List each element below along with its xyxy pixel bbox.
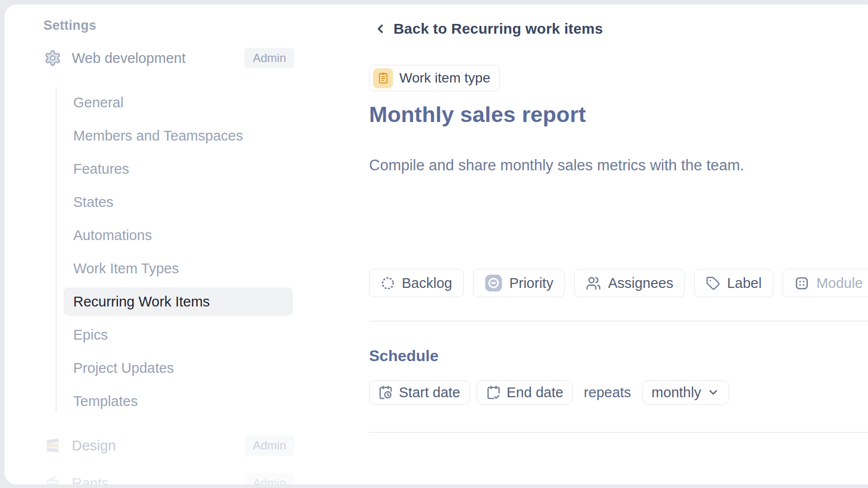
schedule-heading: Schedule (369, 347, 438, 365)
priority-label: Priority (509, 275, 553, 291)
label-button[interactable]: Label (694, 269, 773, 297)
start-date-label: Start date (399, 385, 460, 401)
sidebar-item-work-item-types[interactable]: Work Item Types (63, 254, 293, 283)
state-button[interactable]: Backlog (369, 269, 464, 297)
settings-heading: Settings (43, 18, 96, 33)
admin-badge: Admin (245, 473, 294, 485)
sidebar-item-epics[interactable]: Epics (63, 321, 293, 349)
books-icon (43, 436, 62, 455)
sidebar-item-general[interactable]: General (63, 88, 293, 117)
project-name: Rants (72, 475, 245, 486)
project-name: Web development (72, 50, 245, 66)
calendar-check-icon (486, 385, 501, 400)
calendar-clock-icon (378, 385, 393, 400)
settings-panel: Settings Web development Admin General M… (4, 4, 868, 485)
clipboard-icon (373, 68, 393, 88)
sidebar-item-states[interactable]: States (63, 188, 293, 216)
sidebar-project-rants[interactable]: Rants Admin (43, 470, 294, 485)
schedule-row: Start date End date repeats monthly (369, 380, 729, 405)
work-item-type-badge[interactable]: Work item type (369, 65, 500, 91)
work-item-type-label: Work item type (399, 70, 490, 86)
project-name: Design (72, 438, 245, 454)
chevron-down-icon (707, 386, 720, 399)
admin-badge: Admin (245, 48, 294, 68)
assignees-label: Assignees (608, 275, 673, 291)
tram-icon (43, 474, 62, 485)
section-divider (369, 321, 868, 322)
sidebar-item-features[interactable]: Features (63, 155, 293, 183)
section-divider (369, 432, 868, 433)
module-button[interactable]: Module (783, 269, 868, 297)
backlog-state-icon (381, 276, 395, 290)
end-date-button[interactable]: End date (477, 380, 573, 405)
assignees-icon (586, 276, 601, 291)
chevron-left-icon (373, 22, 387, 36)
properties-row: Backlog Priority (369, 269, 868, 297)
module-icon (794, 276, 809, 291)
label-tag-icon (706, 276, 720, 290)
assignees-button[interactable]: Assignees (574, 269, 685, 297)
sidebar-project-design[interactable]: Design Admin (43, 433, 294, 458)
module-label: Module (816, 275, 863, 291)
sidebar-nav-group: General Members and Teamspaces Features … (57, 88, 301, 420)
work-item-description[interactable]: Compile and share monthly sales metrics … (369, 157, 744, 174)
gear-icon (43, 49, 62, 67)
admin-badge: Admin (245, 435, 294, 456)
frequency-dropdown[interactable]: monthly (642, 380, 729, 405)
end-date-label: End date (507, 385, 563, 401)
sidebar-item-recurring-work-items[interactable]: Recurring Work Items (63, 287, 293, 316)
back-link[interactable]: Back to Recurring work items (373, 19, 603, 39)
sidebar-item-members-and-teamspaces[interactable]: Members and Teamspaces (63, 122, 293, 150)
state-label: Backlog (402, 275, 452, 291)
start-date-button[interactable]: Start date (369, 380, 470, 405)
sidebar-item-templates[interactable]: Templates (63, 387, 293, 415)
repeats-label: repeats (584, 385, 631, 401)
sidebar-project-web-development[interactable]: Web development Admin (43, 45, 294, 71)
priority-button[interactable]: Priority (473, 269, 565, 297)
sidebar-item-automations[interactable]: Automations (63, 221, 293, 249)
sidebar-item-project-updates[interactable]: Project Updates (63, 354, 293, 382)
label-label: Label (727, 275, 762, 291)
priority-icon (485, 274, 502, 292)
frequency-value: monthly (652, 385, 702, 401)
back-link-label: Back to Recurring work items (393, 20, 603, 37)
work-item-title[interactable]: Monthly sales report (369, 102, 586, 127)
